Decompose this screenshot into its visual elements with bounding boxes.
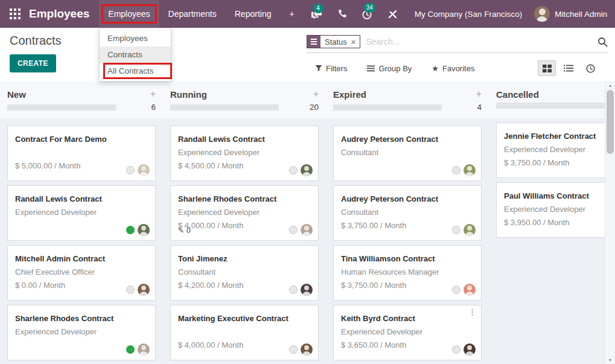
card-menu-icon[interactable]: ⋮ — [468, 308, 476, 316]
contract-card[interactable]: Marketing Executive Contract $ 4,000.00 … — [170, 305, 319, 360]
scrollbar-thumb[interactable] — [607, 90, 614, 154]
contract-card[interactable]: Audrey Peterson Contract Consultant $ 3,… — [333, 185, 482, 241]
card-title: Marketing Executive Contract — [178, 314, 311, 323]
scroll-up-arrow[interactable]: ▲ — [605, 81, 615, 89]
contract-card[interactable]: Contract For Marc Demo $ 5,000.00 / Mont… — [7, 126, 156, 181]
filters-button[interactable]: Filters — [315, 64, 347, 73]
dropdown-item-all-contracts[interactable]: All Contracts — [100, 63, 171, 79]
search-icon[interactable] — [597, 37, 608, 47]
contract-card[interactable]: Jennie Fletcher Contract Experienced Dev… — [496, 123, 615, 178]
column-progress-bar[interactable] — [496, 103, 605, 109]
status-dot[interactable] — [289, 166, 298, 174]
pencil-icon: ✎ — [178, 226, 184, 235]
card-title: Sharlene Rhodes Contract — [15, 314, 148, 323]
column-title: Running — [170, 89, 313, 100]
dropdown-item-employees[interactable]: Employees — [100, 30, 171, 46]
contract-card[interactable]: Toni Jimenez Consultant $ 4,200.00 / Mon… — [170, 245, 319, 301]
column-add-icon[interactable]: + — [476, 89, 482, 99]
contract-card[interactable]: Sharlene Rhodes Contract Experienced Dev… — [7, 305, 156, 360]
avatar — [301, 343, 313, 356]
nav-menu: Employees Departments Reporting + — [99, 0, 303, 28]
column-cards: Audrey Peterson Contract Consultant Audr… — [333, 126, 482, 360]
column-add-icon[interactable]: + — [313, 89, 319, 99]
column-title: Expired — [333, 89, 476, 100]
filters-label: Filters — [326, 64, 347, 73]
kanban-column: Running + 20 Randall Lewis Contract Expe… — [163, 81, 326, 364]
company-switcher[interactable]: My Company (San Francisco) — [415, 10, 523, 19]
status-dot[interactable] — [126, 286, 135, 294]
nav-item-departments[interactable]: Departments — [159, 0, 226, 28]
card-job-title: Consultant — [341, 208, 474, 217]
vertical-scrollbar[interactable]: ▲ ▼ — [605, 81, 615, 364]
kanban-view-button[interactable] — [538, 60, 556, 76]
card-title: Paul Williams Contract — [504, 191, 615, 200]
favorites-label: Favorites — [442, 64, 474, 73]
phone-icon[interactable] — [330, 9, 354, 19]
activity-view-button[interactable] — [581, 60, 599, 76]
app-title: Employees — [29, 7, 89, 21]
messages-button[interactable]: 4 — [304, 9, 330, 19]
column-progress-bar[interactable] — [7, 104, 116, 110]
status-dot[interactable] — [452, 226, 460, 234]
status-dot[interactable] — [289, 286, 298, 294]
kanban-column: Expired + 4 Audrey Peterson Contract Con… — [326, 81, 489, 364]
column-cards: Randall Lewis Contract Experienced Devel… — [170, 126, 319, 364]
status-dot[interactable] — [289, 345, 298, 354]
card-job-title: Experienced Developer — [504, 205, 615, 214]
status-dot[interactable] — [126, 166, 135, 174]
dropdown-item-label: Contracts — [107, 50, 142, 59]
contract-card[interactable]: Randall Lewis Contract Experienced Devel… — [170, 126, 319, 181]
scroll-down-arrow[interactable]: ▼ — [605, 356, 615, 364]
contract-card[interactable]: Sharlene Rhodes Contract Experienced Dev… — [170, 185, 319, 241]
create-button[interactable]: CREATE — [10, 54, 56, 72]
contract-card[interactable]: ⋮ Keith Byrd Contract Experienced Develo… — [333, 305, 482, 360]
tools-icon[interactable] — [380, 9, 405, 19]
status-dot[interactable] — [452, 166, 460, 174]
column-progress-bar[interactable] — [170, 104, 279, 110]
card-title: Toni Jimenez — [178, 254, 311, 263]
group-by-button[interactable]: Group By — [367, 64, 412, 73]
list-view-button[interactable] — [559, 60, 578, 76]
status-dot[interactable] — [126, 345, 135, 354]
top-navbar: Employees Employees Departments Reportin… — [0, 0, 615, 28]
avatar — [464, 224, 476, 236]
user-menu[interactable]: Mitchell Admin — [534, 6, 607, 22]
card-job-title — [15, 148, 148, 157]
list-view-icon — [564, 65, 573, 72]
dropdown-item-contracts[interactable]: Contracts — [100, 46, 171, 63]
star-icon: ★ — [432, 65, 439, 72]
avatar — [138, 224, 150, 236]
card-salary: $ 3,950.00 / Month — [504, 218, 615, 227]
nav-item-add[interactable]: + — [280, 0, 303, 28]
kanban-board: New + 6 Contract For Marc Demo $ 5,000.0… — [0, 81, 615, 364]
contract-card[interactable]: Randall Lewis Contract Experienced Devel… — [7, 185, 156, 241]
activities-button[interactable]: 34 — [354, 8, 380, 20]
status-dot[interactable] — [289, 226, 298, 234]
search-input[interactable] — [366, 37, 597, 46]
facet-remove-icon[interactable]: × — [351, 38, 356, 46]
status-dot[interactable] — [452, 286, 460, 294]
contract-card[interactable]: Paul Williams Contract Experienced Devel… — [496, 182, 615, 238]
contract-card[interactable]: Mitchell Admin Contract Chief Executive … — [7, 245, 156, 301]
nav-item-reporting[interactable]: Reporting — [226, 0, 281, 28]
card-title: Contract For Marc Demo — [15, 135, 148, 144]
user-avatar — [534, 6, 550, 22]
avatar — [464, 343, 476, 356]
column-add-icon[interactable]: + — [150, 89, 156, 99]
status-dot[interactable] — [452, 345, 460, 354]
contract-card[interactable]: Tina Williamson Contract Human Resources… — [333, 245, 482, 301]
nav-item-employees[interactable]: Employees — [99, 0, 159, 28]
card-title: Mitchell Admin Contract — [15, 254, 148, 263]
column-progress-bar[interactable] — [333, 104, 442, 110]
card-job-title: Experienced Developer — [178, 148, 311, 157]
column-title: Cancelled — [496, 89, 615, 100]
contract-card[interactable]: Audrey Peterson Contract Consultant — [333, 126, 482, 181]
card-title: Sharlene Rhodes Contract — [178, 194, 311, 203]
status-dot[interactable] — [126, 226, 135, 234]
apps-menu-icon[interactable] — [0, 8, 29, 19]
nav-item-label: Departments — [168, 9, 217, 19]
messages-badge: 4 — [313, 4, 323, 13]
avatar — [138, 284, 150, 296]
favorites-button[interactable]: ★ Favorites — [432, 64, 474, 73]
column-title: New — [7, 89, 150, 100]
